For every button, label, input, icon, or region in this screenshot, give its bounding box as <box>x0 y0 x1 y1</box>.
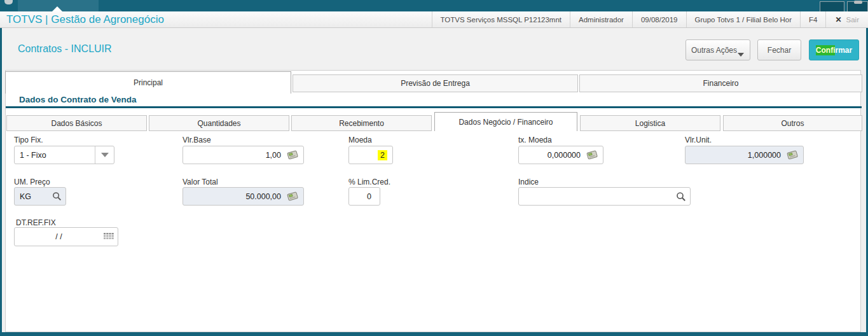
screen: TOTVS | Gestão de Agronegócio TOTVS Serv… <box>0 0 868 336</box>
subtab-quantidades-label: Quantidades <box>197 119 240 128</box>
subtab-recebimento[interactable]: Recebimento <box>291 115 432 131</box>
lim-cred-input[interactable]: 0 <box>348 187 380 206</box>
other-actions-label: Outras Ações <box>691 46 737 55</box>
browser-tab[interactable] <box>18 0 99 11</box>
environment-label: TOTVS Serviços MSSQL P12123mnt <box>432 11 570 27</box>
browser-chrome-box <box>820 1 844 11</box>
valor-total-input: 50.000,00 <box>183 187 304 206</box>
browser-topbar <box>0 0 868 11</box>
window-edge-bottom <box>0 332 868 336</box>
search-icon <box>52 192 62 201</box>
um-preco-label: UM. Preço <box>14 178 50 186</box>
tab-previsao-de-entrega[interactable]: Previsão de Entrega <box>293 74 578 92</box>
lim-cred-value: 0 <box>349 192 380 201</box>
content-panel <box>5 70 862 332</box>
dt-ref-fix-input[interactable]: / / <box>14 227 118 246</box>
close-x-icon: ✕ <box>835 15 841 24</box>
calculator-icon <box>786 150 799 160</box>
tab-principal[interactable]: Principal <box>5 71 291 94</box>
user-label: Administrador <box>570 11 632 27</box>
calculator-icon[interactable] <box>586 150 599 160</box>
dt-ref-fix-label: DT.REF.FIX <box>16 218 56 227</box>
exit-button[interactable]: ✕ Sair <box>825 11 868 27</box>
indice-input[interactable] <box>518 187 691 206</box>
valor-total-label: Valor Total <box>183 178 218 186</box>
tipo-fix-dropdown-button[interactable] <box>95 146 114 164</box>
subtab-dados-negocio-label: Dados Negócio / Financeiro <box>458 118 553 127</box>
tipo-fix-label: Tipo Fix. <box>14 136 43 144</box>
tab-principal-label: Principal <box>134 78 163 87</box>
confirm-label-highlight: Confi <box>816 45 836 55</box>
date-label: 09/08/2019 <box>632 11 686 27</box>
vlr-base-input[interactable]: 1,00 <box>183 146 304 164</box>
moeda-value: 2 <box>349 151 392 160</box>
other-actions-button[interactable]: Outras Ações <box>685 39 750 60</box>
chevron-down-icon <box>101 153 109 157</box>
f4-label[interactable]: F4 <box>800 11 825 27</box>
header-status-bar: TOTVS Serviços MSSQL P12123mnt Administr… <box>432 11 868 27</box>
exit-label: Sair <box>846 16 859 24</box>
moeda-label: Moeda <box>348 136 372 144</box>
tx-moeda-value: 0,000000 <box>519 151 586 160</box>
tab-financeiro-label: Financeiro <box>703 79 738 88</box>
um-preco-input: KG <box>14 187 66 206</box>
subtab-logistica[interactable]: Logistica <box>580 115 720 131</box>
group-branch-label: Grupo Totvs 1 / Filial Belo Hor <box>686 11 801 27</box>
tipo-fix-value: 1 - Fixo <box>15 151 95 160</box>
browser-logo-stub <box>4 0 13 4</box>
subtab-dados-basicos[interactable]: Dados Básicos <box>6 115 147 131</box>
calculator-icon <box>286 192 300 201</box>
scrollbar-track[interactable] <box>860 70 865 332</box>
confirm-button[interactable]: Confirmar <box>809 39 859 60</box>
indice-label: Indice <box>518 178 539 186</box>
calendar-icon[interactable] <box>103 232 114 241</box>
tipo-fix-select[interactable]: 1 - Fixo <box>14 146 114 164</box>
tx-moeda-label: tx. Moeda <box>518 136 552 144</box>
subtab-logistica-label: Logistica <box>635 119 665 128</box>
subtab-recebimento-label: Recebimento <box>339 119 384 128</box>
lim-cred-label: % Lim.Cred. <box>348 178 390 186</box>
um-preco-value: KG <box>15 192 52 201</box>
vlr-unit-value: 1,000000 <box>685 151 786 160</box>
calculator-icon[interactable] <box>286 150 300 160</box>
close-button[interactable]: Fechar <box>757 39 801 60</box>
app-header: TOTVS | Gestão de Agronegócio TOTVS Serv… <box>0 11 868 28</box>
vlr-base-label: Vlr.Base <box>183 136 211 144</box>
subtab-quantidades[interactable]: Quantidades <box>149 115 289 131</box>
subtab-outros[interactable]: Outros <box>723 115 862 131</box>
vlr-base-value: 1,00 <box>183 151 286 160</box>
section-title: Dados do Contrato de Venda <box>19 95 137 104</box>
search-icon[interactable] <box>676 192 686 202</box>
subtab-dados-negocio-financeiro[interactable]: Dados Negócio / Financeiro <box>434 112 577 131</box>
tab-previsao-label: Previsão de Entrega <box>401 79 470 88</box>
tab-arrow-up-icon <box>52 6 62 11</box>
valor-total-value: 50.000,00 <box>183 192 286 201</box>
vlr-unit-input: 1,000000 <box>685 146 804 164</box>
chrome-blob <box>854 1 862 4</box>
vlr-unit-label: Vlr.Unit. <box>685 136 712 144</box>
close-button-label: Fechar <box>768 46 791 55</box>
chevron-down-icon <box>738 53 744 57</box>
moeda-highlighted-text: 2 <box>378 150 387 160</box>
browser-chrome-box <box>847 1 868 11</box>
app-title: TOTVS | Gestão de Agronegócio <box>0 13 164 26</box>
window-edge-left <box>0 28 2 336</box>
subtab-outros-label: Outros <box>781 119 804 128</box>
subtab-dados-basicos-label: Dados Básicos <box>51 119 102 128</box>
confirm-label-rest: rmar <box>835 46 852 55</box>
section-underline <box>6 106 862 108</box>
moeda-input[interactable]: 2 <box>348 146 393 164</box>
tx-moeda-input[interactable]: 0,000000 <box>518 146 603 164</box>
dt-ref-fix-value: / / <box>15 232 103 241</box>
tab-financeiro[interactable]: Financeiro <box>579 74 862 92</box>
page-title: Contratos - INCLUIR <box>18 43 112 55</box>
